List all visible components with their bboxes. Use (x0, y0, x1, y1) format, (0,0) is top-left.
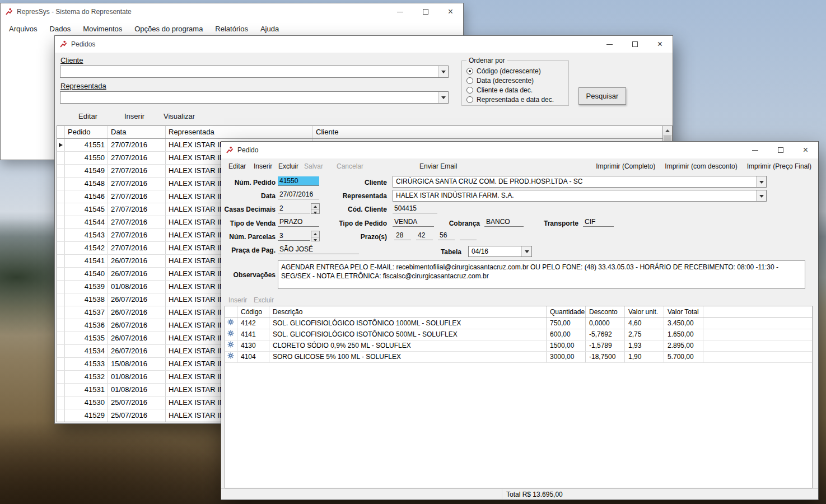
salvar-button[interactable]: Salvar (304, 162, 323, 170)
item-row[interactable]: 4130CLORETO SÓDIO 0,9% 250 ML - SOLUFLEX… (225, 340, 812, 352)
minimize-button[interactable] (597, 36, 622, 53)
header-representada[interactable]: Representada (166, 126, 313, 138)
tabela-combobox[interactable]: 04/16 (468, 246, 532, 257)
main-window-title: RepresSys - Sistema do Representate (17, 8, 132, 16)
prazo-field-4[interactable] (460, 231, 477, 240)
stepper-down-icon[interactable] (311, 210, 319, 216)
cliente-combobox-value: CIRÚRGICA SANTA CRUZ COM. DE PROD.HOSP.L… (393, 176, 756, 187)
cancelar-button[interactable]: Cancelar (337, 162, 363, 170)
cobranca-field[interactable]: BANCO (484, 217, 524, 227)
cell-valor-total: 2.895,00 (664, 340, 703, 351)
combo-dropdown-icon[interactable] (521, 246, 531, 256)
editar-button[interactable]: Editar (78, 112, 97, 120)
representada-combobox-value (60, 92, 438, 103)
maximize-button[interactable] (622, 36, 647, 53)
scroll-up-icon[interactable] (663, 126, 672, 136)
item-row[interactable]: 4142SOL. GLICOFISIOLÓGICO ISOTÔNICO 1000… (225, 318, 812, 329)
header-valor-total[interactable]: Valor Total (664, 306, 703, 318)
header-pedido[interactable]: Pedido (65, 126, 108, 138)
cliente-combobox[interactable] (60, 66, 449, 78)
praca-pag-field[interactable]: SÃO JOSÉ (278, 245, 359, 254)
transporte-field[interactable]: CIF (583, 217, 614, 227)
stepper-up-icon[interactable] (311, 231, 319, 237)
header-codigo[interactable]: Código (237, 306, 269, 318)
cell-descricao: CLORETO SÓDIO 0,9% 250 ML - SOLUFLEX (269, 340, 547, 351)
cell-data: 26/07/2016 (108, 306, 166, 319)
row-selector-cell (57, 293, 65, 306)
imprimir-desconto-button[interactable]: Imprimir (com desconto) (665, 162, 737, 170)
radio-representada-e-data-dec[interactable]: Representada e data dec. (466, 95, 564, 104)
representada-combobox[interactable] (60, 91, 449, 104)
cod-cliente-field[interactable]: 504415 (393, 204, 437, 213)
menu-ajuda[interactable]: Ajuda (254, 22, 285, 35)
num-parcelas-stepper[interactable] (311, 231, 320, 241)
visualizar-button[interactable]: Visualizar (164, 112, 195, 120)
close-button[interactable]: × (438, 3, 463, 20)
menu-movimentos[interactable]: Movimentos (77, 22, 128, 35)
casas-decimais-stepper[interactable] (311, 203, 320, 214)
maximize-button[interactable] (413, 3, 438, 20)
num-parcelas-field[interactable]: 3 (278, 231, 310, 241)
header-valor-unit[interactable]: Valor unit. (625, 306, 664, 318)
cell-pedido: 41540 (65, 268, 108, 280)
pedido-titlebar[interactable]: Pedido × (221, 142, 818, 158)
inserir-button[interactable]: Inserir (124, 112, 144, 120)
pedidos-titlebar[interactable]: Pedidos × (55, 36, 673, 53)
stepper-down-icon[interactable] (311, 237, 319, 243)
stepper-up-icon[interactable] (311, 204, 319, 210)
inserir-button[interactable]: Inserir (254, 162, 272, 170)
item-row[interactable]: 4141SOL. GLICOFISIOLÓGICO ISOTÔNICO 500M… (225, 329, 812, 340)
radio-data-decrescente[interactable]: Data (decrescente) (466, 76, 564, 85)
close-button[interactable]: × (647, 36, 673, 53)
excluir-button[interactable]: Excluir (278, 162, 298, 170)
casas-decimais-field[interactable]: 2 (278, 204, 310, 213)
pesquisar-button[interactable]: Pesquisar (578, 87, 626, 105)
imprimir-completo-button[interactable]: Imprimir (Completo) (596, 162, 655, 170)
imprimir-preco-final-button[interactable]: Imprimir (Preço Final) (747, 162, 811, 170)
menu-relatorios[interactable]: Relatórios (209, 22, 254, 35)
enviar-email-button[interactable]: Enviar Email (419, 162, 457, 170)
minimize-button[interactable] (388, 3, 413, 20)
tipo-venda-field[interactable]: PRAZO (278, 217, 319, 227)
item-excluir-button[interactable]: Excluir (254, 296, 274, 304)
maximize-icon (632, 41, 638, 47)
maximize-button[interactable] (768, 142, 793, 158)
combo-dropdown-icon[interactable] (438, 66, 448, 77)
close-button[interactable]: × (793, 142, 818, 158)
prazo-field-1[interactable]: 28 (394, 231, 411, 240)
row-selector-cell (57, 190, 65, 203)
num-pedido-field[interactable]: 41550 (278, 176, 319, 186)
combo-dropdown-icon[interactable] (756, 190, 766, 201)
pedidos-table-header: Pedido Data Representada Cliente (57, 126, 662, 139)
item-row[interactable]: 4104SORO GLICOSE 5% 100 ML - SOLUFLEX300… (225, 352, 812, 363)
menu-dados[interactable]: Dados (44, 22, 77, 35)
item-inserir-button[interactable]: Inserir (228, 296, 247, 304)
minimize-button[interactable] (743, 142, 768, 158)
prazo-field-2[interactable]: 42 (416, 231, 433, 240)
tipo-pedido-field[interactable]: VENDA (393, 217, 434, 227)
combo-dropdown-icon[interactable] (438, 92, 448, 103)
cell-data: 27/07/2016 (108, 165, 166, 177)
data-field[interactable]: 27/07/2016 (278, 190, 319, 199)
cell-data: 27/07/2016 (108, 139, 166, 151)
prazo-field-3[interactable]: 56 (438, 231, 455, 240)
prazos-label: Prazo(s) (325, 233, 387, 241)
editar-button[interactable]: Editar (228, 162, 246, 170)
header-desconto[interactable]: Desconto (586, 306, 625, 318)
header-quantidade[interactable]: Quantidade (547, 306, 586, 318)
combo-dropdown-icon[interactable] (756, 176, 766, 187)
main-window-titlebar[interactable]: RepresSys - Sistema do Representate × (1, 3, 463, 20)
observacoes-textarea[interactable]: AGENDAR ENTREGA PELO E-MAIL: recebimento… (278, 260, 805, 289)
header-descricao[interactable]: Descrição (269, 306, 547, 318)
cliente-combobox[interactable]: CIRÚRGICA SANTA CRUZ COM. DE PROD.HOSP.L… (393, 176, 767, 188)
items-table: Código Descrição Quantidade Desconto Val… (225, 306, 813, 488)
radio-codigo-decrescente[interactable]: Código (decrescente) (466, 66, 564, 76)
representada-combobox[interactable]: HALEX ISTAR INDÚSTRIA FARM. S.A. (393, 190, 767, 202)
header-cliente[interactable]: Cliente (313, 126, 662, 138)
cell-data: 27/07/2016 (108, 178, 166, 190)
radio-cliente-e-data-dec[interactable]: Cliente e data dec. (466, 85, 564, 95)
menu-opcoes-do-programa[interactable]: Opções do programa (128, 22, 209, 35)
menu-arquivos[interactable]: Arquivos (3, 22, 44, 35)
row-selector-cell (57, 332, 65, 344)
header-data[interactable]: Data (108, 126, 166, 138)
